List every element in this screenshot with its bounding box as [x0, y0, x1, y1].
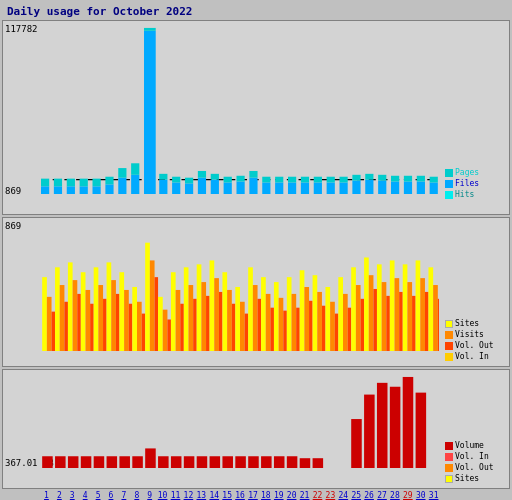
svg-rect-177: [313, 458, 324, 468]
x-label-3[interactable]: 3: [66, 491, 79, 500]
svg-rect-33: [249, 178, 257, 194]
x-label-16[interactable]: 16: [234, 491, 247, 500]
svg-rect-71: [77, 294, 81, 351]
svg-rect-21: [172, 182, 180, 194]
svg-rect-95: [180, 304, 184, 351]
svg-rect-24: [185, 178, 193, 184]
svg-rect-20: [159, 174, 167, 180]
svg-rect-79: [111, 280, 116, 351]
svg-rect-134: [348, 308, 352, 351]
svg-rect-164: [145, 448, 156, 468]
x-label-7[interactable]: 7: [117, 491, 130, 500]
svg-rect-87: [145, 243, 150, 351]
svg-rect-183: [416, 393, 427, 468]
svg-rect-44: [314, 177, 322, 183]
y-label-bottom-1: 869: [5, 186, 21, 196]
svg-rect-160: [94, 456, 105, 468]
x-label-18[interactable]: 18: [259, 491, 272, 500]
pages-legend-label: Pages: [455, 168, 479, 177]
x-label-14[interactable]: 14: [208, 491, 221, 500]
files-legend-label: Files: [455, 179, 479, 188]
svg-rect-91: [163, 310, 168, 351]
x-label-15[interactable]: 15: [221, 491, 234, 500]
svg-rect-175: [287, 456, 298, 468]
pages-legend-color: [445, 169, 453, 177]
x-label-21[interactable]: 21: [298, 491, 311, 500]
svg-rect-73: [85, 290, 90, 351]
x-label-6[interactable]: 6: [105, 491, 118, 500]
svg-rect-114: [261, 277, 266, 351]
svg-rect-46: [327, 177, 335, 183]
svg-rect-14: [118, 168, 126, 178]
x-label-28[interactable]: 28: [388, 491, 401, 500]
x-label-17[interactable]: 17: [247, 491, 260, 500]
x-label-23[interactable]: 23: [324, 491, 337, 500]
hits-legend-label: Hits: [455, 190, 474, 199]
svg-rect-152: [425, 292, 429, 351]
y-label-top-1: 117782: [5, 24, 38, 34]
svg-rect-106: [227, 290, 232, 351]
svg-rect-115: [266, 294, 271, 351]
visits-legend-color: [445, 331, 453, 339]
x-label-8[interactable]: 8: [130, 491, 143, 500]
svg-rect-12: [105, 177, 113, 185]
svg-rect-89: [155, 277, 159, 351]
svg-rect-52: [365, 174, 373, 180]
svg-rect-38: [275, 177, 283, 183]
x-label-30[interactable]: 30: [414, 491, 427, 500]
svg-rect-81: [119, 272, 124, 351]
svg-rect-155: [438, 299, 439, 351]
x-axis: 1 2 3 4 5 6 7 8 9 10 11 12 13 14 15 16 1…: [2, 491, 510, 500]
svg-rect-16: [131, 163, 139, 175]
svg-rect-69: [68, 262, 73, 351]
main-container: Daily usage for October 2022 117782 869: [0, 0, 512, 500]
svg-rect-94: [176, 290, 181, 351]
svg-rect-169: [210, 456, 221, 468]
x-label-13[interactable]: 13: [195, 491, 208, 500]
x-label-2[interactable]: 2: [53, 491, 66, 500]
svg-rect-62: [430, 177, 438, 183]
svg-rect-142: [382, 282, 387, 351]
svg-rect-19: [159, 180, 167, 194]
x-label-4[interactable]: 4: [79, 491, 92, 500]
svg-rect-58: [404, 176, 412, 182]
x-label-5[interactable]: 5: [92, 491, 105, 500]
x-label-25[interactable]: 25: [350, 491, 363, 500]
x-label-1[interactable]: 1: [40, 491, 53, 500]
svg-rect-90: [158, 297, 163, 351]
svg-rect-171: [235, 456, 246, 468]
x-label-11[interactable]: 11: [169, 491, 182, 500]
svg-rect-125: [309, 301, 313, 351]
x-label-20[interactable]: 20: [285, 491, 298, 500]
svg-rect-55: [391, 182, 399, 194]
chart-panel-hits: 117782 869: [2, 20, 510, 215]
svg-rect-45: [327, 182, 335, 194]
x-label-10[interactable]: 10: [156, 491, 169, 500]
svg-rect-129: [325, 287, 330, 351]
volume-legend-color: [445, 442, 453, 450]
x-label-9[interactable]: 9: [143, 491, 156, 500]
svg-rect-100: [201, 282, 206, 351]
vol-out-legend-label: Vol. Out: [455, 341, 494, 350]
svg-rect-8: [80, 179, 88, 187]
svg-rect-121: [292, 294, 297, 351]
x-label-19[interactable]: 19: [272, 491, 285, 500]
svg-rect-72: [81, 272, 86, 351]
chart-panel-volume: 367.01 MB: [2, 369, 510, 489]
x-label-29[interactable]: 29: [401, 491, 414, 500]
svg-rect-23: [185, 183, 193, 194]
chart1-svg: [41, 26, 439, 194]
svg-rect-40: [288, 177, 296, 183]
x-label-31[interactable]: 31: [427, 491, 440, 500]
svg-rect-59: [417, 182, 425, 194]
x-label-24[interactable]: 24: [337, 491, 350, 500]
svg-rect-30: [224, 177, 232, 183]
x-label-12[interactable]: 12: [182, 491, 195, 500]
svg-rect-167: [184, 456, 195, 468]
x-label-22[interactable]: 22: [311, 491, 324, 500]
x-label-26[interactable]: 26: [363, 491, 376, 500]
charts-area: 117782 869: [2, 20, 510, 500]
x-label-27[interactable]: 27: [376, 491, 389, 500]
svg-rect-163: [132, 456, 143, 468]
svg-rect-61: [430, 182, 438, 194]
